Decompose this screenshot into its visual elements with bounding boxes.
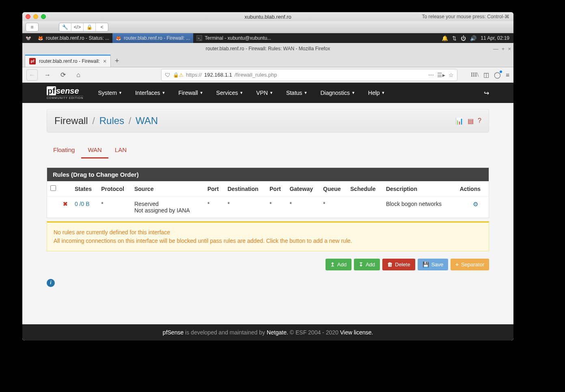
- panel-title: Rules (Drag to Change Order): [47, 168, 489, 181]
- cell-queue: *: [320, 197, 347, 218]
- breadcrumb-wan[interactable]: WAN: [136, 115, 158, 126]
- nav-home-button[interactable]: ⌂: [73, 69, 84, 81]
- pfsense-navbar: pfsense COMMUNITY EDITION System▼ Interf…: [22, 83, 513, 103]
- menu-services[interactable]: Services▼: [210, 83, 250, 103]
- cell-source: Reserved Not assigned by IANA: [131, 197, 204, 218]
- account-icon[interactable]: ◯: [494, 71, 501, 79]
- library-icon[interactable]: III\: [471, 71, 479, 79]
- clock[interactable]: 11 Apr, 02:19: [481, 35, 509, 41]
- rules-panel: Rules (Drag to Change Order) States Prot…: [47, 167, 489, 218]
- tab-lan[interactable]: LAN: [108, 142, 133, 159]
- pfsense-favicon-icon: pf: [29, 58, 36, 64]
- vm-toolbar: ≡ 🔧 </> 🔒 <: [22, 21, 513, 33]
- nav-forward-button[interactable]: →: [42, 69, 53, 81]
- menu-system[interactable]: System▼: [91, 83, 129, 103]
- url-bar[interactable]: 🛡 🔒⚠ https://192.168.1.1/firewall_rules.…: [161, 69, 457, 81]
- network-icon[interactable]: ⇅: [452, 35, 457, 41]
- rules-table: States Protocol Source Port Destination …: [47, 181, 489, 218]
- footer-license-link[interactable]: View license.: [340, 329, 373, 336]
- help-icon[interactable]: ?: [478, 117, 481, 125]
- bookmark-icon[interactable]: ☆: [449, 72, 454, 78]
- save-button[interactable]: 💾Save: [418, 259, 449, 270]
- col-schedule: Schedule: [347, 181, 383, 197]
- breadcrumb-firewall[interactable]: Firewall: [54, 115, 88, 126]
- taskbar-app-label: router.blab.renf.ro - Firewall: ...: [124, 35, 190, 41]
- tab-wan[interactable]: WAN: [81, 142, 108, 159]
- tab-close-button[interactable]: ×: [103, 58, 106, 64]
- action-buttons: ↥Add ↧Add 🗑Delete 💾Save +Separator: [47, 259, 489, 270]
- alert-line-1: No rules are currently defined for this …: [54, 228, 482, 237]
- gear-icon[interactable]: ⚙: [473, 201, 478, 208]
- nav-reload-button[interactable]: ⟳: [57, 69, 69, 81]
- col-actions: Actions: [453, 181, 489, 197]
- tab-floating[interactable]: Floating: [47, 142, 81, 159]
- new-tab-button[interactable]: +: [111, 55, 123, 67]
- toolbar-code-button[interactable]: </>: [71, 23, 84, 31]
- logout-button[interactable]: ↪: [484, 89, 489, 97]
- firefox-icon: 🦊: [116, 35, 121, 41]
- alert-line-2: All incoming connections on this interfa…: [54, 237, 482, 245]
- toolbar-hamburger-button[interactable]: ≡: [26, 23, 38, 31]
- no-rules-alert: No rules are currently defined for this …: [47, 221, 489, 251]
- menu-status[interactable]: Status▼: [280, 83, 314, 103]
- footer-netgate[interactable]: Netgate.: [267, 329, 288, 336]
- reader-icon[interactable]: ☰▸: [437, 72, 445, 78]
- url-host: 192.168.1.1: [204, 72, 232, 78]
- states-link[interactable]: 0 /0 B: [75, 201, 90, 207]
- menu-firewall[interactable]: Firewall▼: [172, 83, 209, 103]
- select-all-checkbox[interactable]: [50, 185, 56, 191]
- table-row[interactable]: ✖ 0 /0 B * Reserved Not assigned by IANA…: [47, 197, 489, 218]
- delete-button[interactable]: 🗑Delete: [382, 259, 415, 270]
- toolbar-wrench-button[interactable]: 🔧: [59, 23, 71, 31]
- lock-warning-icon[interactable]: 🔒⚠: [173, 72, 183, 78]
- taskbar-app-label: Terminal - xubuntu@xubuntu...: [205, 35, 271, 41]
- taskbar-terminal[interactable]: >_ Terminal - xubuntu@xubuntu...: [193, 33, 274, 43]
- status-log-icon[interactable]: ▤: [468, 117, 474, 125]
- release-hint: To release your mouse press: Control-⌘: [422, 14, 509, 19]
- arrow-down-icon: ↧: [359, 261, 363, 268]
- notification-icon[interactable]: 🔔: [442, 35, 448, 41]
- taskbar-firefox-firewall[interactable]: 🦊 router.blab.renf.ro - Firewall: ...: [112, 33, 193, 43]
- power-icon[interactable]: ⏻: [461, 35, 466, 41]
- status-chart-icon[interactable]: 📊: [455, 117, 464, 125]
- pfsense-logo[interactable]: pfsense COMMUNITY EDITION: [47, 86, 83, 99]
- toolbar-seg-2: 🔧 </> 🔒 <: [59, 23, 108, 32]
- browser-tab[interactable]: pf router.blab.renf.ro - Firewall: ×: [25, 55, 111, 67]
- info-icon[interactable]: i: [47, 279, 55, 287]
- nav-back-button[interactable]: ←: [26, 69, 38, 81]
- add-bottom-button[interactable]: ↧Add: [354, 259, 380, 270]
- vm-window: xubuntu.blab.renf.ro To release your mou…: [22, 12, 513, 341]
- window-close-button[interactable]: ×: [508, 46, 511, 52]
- mac-titlebar: xubuntu.blab.renf.ro To release your mou…: [22, 12, 513, 21]
- terminal-icon: >_: [196, 35, 202, 41]
- menu-diagnostics[interactable]: Diagnostics▼: [314, 83, 362, 103]
- url-path: /firewall_rules.php: [235, 72, 277, 78]
- col-destination: Destination: [224, 181, 266, 197]
- menu-icon[interactable]: ≡: [506, 71, 509, 79]
- window-maximize-button[interactable]: +: [502, 46, 505, 52]
- page-action-icon[interactable]: ⋯: [428, 72, 434, 78]
- toolbar-back-button[interactable]: <: [96, 23, 108, 31]
- menu-interfaces[interactable]: Interfaces▼: [129, 83, 172, 103]
- toolbar-lock-button[interactable]: 🔒: [84, 23, 96, 31]
- cell-destination: *: [224, 197, 266, 218]
- cell-gateway: *: [286, 197, 320, 218]
- window-minimize-button[interactable]: —: [493, 46, 498, 52]
- breadcrumb-rules[interactable]: Rules: [99, 115, 124, 126]
- taskbar-app-menu[interactable]: 🐭: [22, 33, 35, 43]
- col-gateway: Gateway: [286, 181, 320, 197]
- menu-vpn[interactable]: VPN▼: [250, 83, 280, 103]
- add-top-button[interactable]: ↥Add: [326, 259, 352, 270]
- mouse-icon: 🐭: [26, 35, 31, 41]
- separator-button[interactable]: +Separator: [451, 259, 489, 270]
- page-content: pfsense COMMUNITY EDITION System▼ Interf…: [22, 83, 513, 341]
- pfsense-footer: pfSense is developed and maintained by N…: [22, 324, 513, 341]
- menu-help[interactable]: Help▼: [362, 83, 392, 103]
- save-icon: 💾: [423, 261, 429, 268]
- taskbar-firefox-status[interactable]: 🦊 router.blab.renf.ro - Status: ...: [35, 33, 112, 43]
- volume-icon[interactable]: 🔊: [470, 35, 477, 41]
- cell-protocol: *: [98, 197, 131, 218]
- shield-icon[interactable]: 🛡: [165, 72, 170, 78]
- col-protocol: Protocol: [98, 181, 131, 197]
- sidebar-icon[interactable]: ◫: [483, 71, 489, 79]
